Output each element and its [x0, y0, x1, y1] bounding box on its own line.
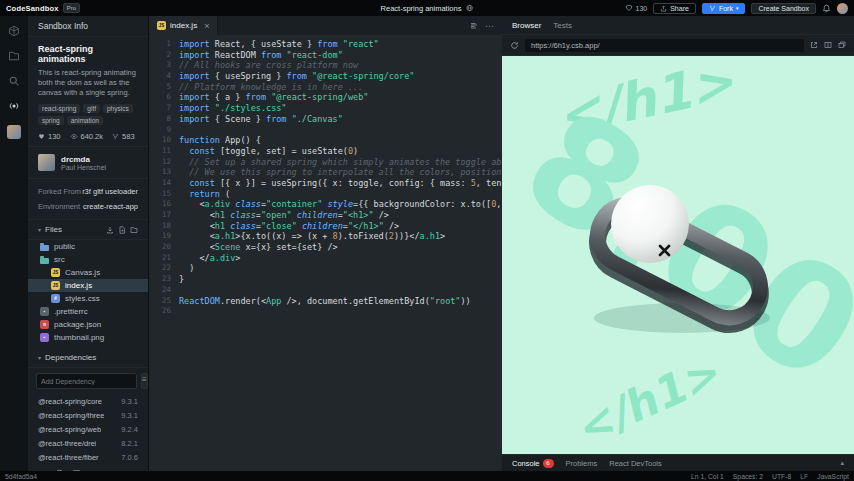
- console-tab-react-devtools[interactable]: React DevTools: [609, 459, 662, 468]
- add-dependency-input[interactable]: [36, 373, 137, 389]
- profile-avatar[interactable]: [7, 125, 21, 139]
- file-row-index-js[interactable]: index.js: [28, 279, 148, 292]
- code-line-21[interactable]: 21 </a.div>: [149, 253, 502, 264]
- close-tab-icon[interactable]: ×: [204, 21, 209, 31]
- preview-viewport[interactable]: </h1> 8.00 </h1>: [502, 56, 854, 454]
- code-line-11[interactable]: 11 const [toggle, set] = useState(0): [149, 146, 502, 157]
- more-options-icon[interactable]: ⋯: [485, 21, 494, 31]
- code-line-18[interactable]: 18 <h1 class="close" children="</h1>" />: [149, 221, 502, 232]
- dependency-row[interactable]: @react-three/fiber7.0.6: [28, 450, 148, 464]
- file-name: thumbnail.png: [54, 333, 104, 342]
- new-window-icon[interactable]: [838, 41, 846, 49]
- codesandbox-logo[interactable]: CodeSandbox: [6, 4, 59, 13]
- file-row-thumbnail-png[interactable]: thumbnail.png: [28, 331, 148, 344]
- file-row-src[interactable]: src: [28, 253, 148, 266]
- tag-pill[interactable]: physics: [103, 104, 133, 113]
- share-button[interactable]: Share: [653, 3, 696, 14]
- twitter-icon[interactable]: [38, 469, 47, 471]
- status-item[interactable]: Spaces: 2: [733, 473, 763, 480]
- tag-pill[interactable]: animation: [67, 116, 103, 125]
- tab-browser[interactable]: Browser: [512, 21, 541, 30]
- status-item[interactable]: LF: [800, 473, 808, 480]
- url-input[interactable]: [525, 39, 804, 52]
- status-item[interactable]: UTF-8: [772, 473, 791, 480]
- line-number: 17: [149, 210, 179, 221]
- tag-pill[interactable]: spring: [38, 116, 64, 125]
- code-line-12[interactable]: 12 // Set up a shared spring which simpl…: [149, 157, 502, 168]
- code-line-13[interactable]: 13 // We use this spring to interpolate …: [149, 167, 502, 178]
- author-row[interactable]: drcmda Paul Henschel: [28, 147, 148, 179]
- codesandbox-window: CodeSandbox Pro React-spring animations …: [0, 0, 854, 481]
- create-sandbox-button[interactable]: Create Sandbox: [751, 3, 816, 14]
- new-file-icon[interactable]: [118, 226, 126, 234]
- code-line-22[interactable]: 22 ): [149, 263, 502, 274]
- code-line-17[interactable]: 17 <h1 class="open" children="<h1>" />: [149, 210, 502, 221]
- github-icon[interactable]: [55, 469, 64, 471]
- file-row-public[interactable]: public: [28, 240, 148, 253]
- refresh-icon[interactable]: [510, 41, 519, 50]
- code-line-5[interactable]: 5// Platform knowledge is in here ...: [149, 82, 502, 93]
- code-line-14[interactable]: 14 const [{ x }] = useSpring({ x: toggle…: [149, 178, 502, 189]
- files-section-header[interactable]: ▾ Files: [28, 220, 148, 240]
- code-line-9[interactable]: 9: [149, 125, 502, 136]
- code-line-3[interactable]: 3// All hooks are cross platform now: [149, 60, 502, 71]
- chat-icon[interactable]: [72, 469, 81, 471]
- dependency-version: 7.0.6: [121, 453, 138, 462]
- code-line-8[interactable]: 8import { Scene } from "./Canvas": [149, 114, 502, 125]
- likes-stat[interactable]: 130: [38, 132, 61, 141]
- dependency-options-button[interactable]: ≡: [141, 373, 148, 389]
- code-line-20[interactable]: 20 <Scene x={x} set={set} />: [149, 242, 502, 253]
- code-line-26[interactable]: 26: [149, 306, 502, 317]
- dependency-row[interactable]: @react-spring/three9.3.1: [28, 408, 148, 422]
- code-line-19[interactable]: 19 <a.h1>{x.to((x) => (x + 8).toFixed(2)…: [149, 231, 502, 242]
- activity-rail: [0, 16, 28, 471]
- search-icon[interactable]: [8, 75, 20, 87]
- console-tab-problems[interactable]: Problems: [566, 459, 598, 468]
- likes-count[interactable]: 130: [625, 4, 648, 12]
- code-line-10[interactable]: 10function App() {: [149, 135, 502, 146]
- new-folder-icon[interactable]: [130, 226, 138, 234]
- tab-index-js[interactable]: JS index.js ×: [149, 16, 218, 35]
- code-line-4[interactable]: 4import { useSpring } from "@react-sprin…: [149, 71, 502, 82]
- code-line-23[interactable]: 23}: [149, 274, 502, 285]
- dependencies-section-header[interactable]: ▾ Dependencies: [28, 348, 148, 368]
- file-row-Canvas-js[interactable]: Canvas.js: [28, 266, 148, 279]
- tab-label: index.js: [170, 21, 197, 30]
- notifications-bell-icon[interactable]: [822, 4, 831, 13]
- console-tab-console[interactable]: Console6: [512, 459, 554, 468]
- dependency-row[interactable]: @react-three/drei8.2.1: [28, 436, 148, 450]
- status-item[interactable]: JavaScript: [817, 473, 849, 480]
- threejs-switch-scene[interactable]: [554, 148, 804, 348]
- code-area[interactable]: 1import React, { useState } from "react"…: [149, 35, 502, 471]
- code-line-24[interactable]: 24: [149, 285, 502, 296]
- code-line-16[interactable]: 16 <a.div class="container" style={{ bac…: [149, 199, 502, 210]
- fork-button[interactable]: Fork ▾: [702, 3, 746, 14]
- explorer-icon[interactable]: [8, 50, 20, 62]
- code-line-2[interactable]: 2import ReactDOM from "react-dom": [149, 50, 502, 61]
- privacy-globe-icon[interactable]: [465, 4, 473, 12]
- forked-from-link[interactable]: r3f gltf useloader: [82, 184, 138, 199]
- split-view-icon[interactable]: [824, 41, 832, 49]
- status-item[interactable]: Ln 1, Col 1: [691, 473, 724, 480]
- console-collapse-icon[interactable]: ▴: [840, 459, 844, 467]
- tab-tests[interactable]: Tests: [553, 21, 572, 30]
- file-row--prettierrc[interactable]: .prettierrc: [28, 305, 148, 318]
- code-line-6[interactable]: 6import { a } from "@react-spring/web": [149, 92, 502, 103]
- code-line-1[interactable]: 1import React, { useState } from "react": [149, 39, 502, 50]
- dependency-row[interactable]: @react-spring/web9.2.4: [28, 422, 148, 436]
- sandbox-title[interactable]: React-spring animations: [381, 4, 462, 13]
- export-icon[interactable]: [106, 226, 114, 234]
- file-row-package-json[interactable]: package.json: [28, 318, 148, 331]
- tag-pill[interactable]: react-spring: [38, 104, 80, 113]
- live-icon[interactable]: [8, 100, 20, 112]
- code-line-7[interactable]: 7import "./styles.css": [149, 103, 502, 114]
- file-row-styles-css[interactable]: styles.css: [28, 292, 148, 305]
- tag-pill[interactable]: gltf: [83, 104, 100, 113]
- code-line-15[interactable]: 15 return (: [149, 189, 502, 200]
- sandbox-cube-icon[interactable]: [8, 25, 20, 37]
- user-avatar[interactable]: [837, 3, 848, 14]
- open-external-icon[interactable]: [810, 41, 818, 49]
- dependency-row[interactable]: @react-spring/core9.3.1: [28, 394, 148, 408]
- code-line-25[interactable]: 25ReactDOM.render(<App />, document.getE…: [149, 296, 502, 307]
- prettier-icon[interactable]: [470, 22, 478, 30]
